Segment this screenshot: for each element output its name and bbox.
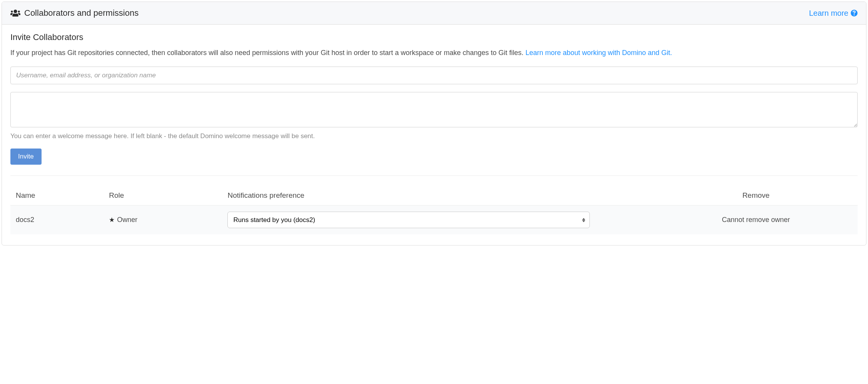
collaborators-table: Name Role Notifications preference Remov…	[10, 187, 858, 234]
collaborator-role: Owner	[117, 216, 137, 224]
git-learn-more-link[interactable]: Learn more about working with Domino and…	[526, 49, 672, 57]
notification-select[interactable]: Runs started by you (docs2)	[227, 212, 590, 228]
notification-cell: Runs started by you (docs2)	[222, 205, 654, 235]
help-circle-icon	[851, 10, 858, 17]
welcome-message-helper: You can enter a welcome message here. If…	[10, 132, 858, 140]
panel-body: Invite Collaborators If your project has…	[2, 25, 866, 245]
invite-section-title: Invite Collaborators	[10, 32, 858, 42]
collaborator-name: docs2	[10, 205, 103, 235]
collaborator-role-cell: ★ Owner	[103, 205, 222, 235]
invite-description-text: If your project has Git repositories con…	[10, 49, 526, 57]
column-header-role: Role	[103, 187, 222, 205]
star-icon: ★	[109, 216, 115, 224]
collaborators-panel: Collaborators and permissions Learn more…	[2, 2, 866, 245]
column-header-notifications: Notifications preference	[222, 187, 654, 205]
panel-title-text: Collaborators and permissions	[24, 8, 139, 18]
divider	[10, 175, 858, 176]
collaborator-input[interactable]	[10, 67, 858, 84]
learn-more-text: Learn more	[809, 9, 848, 18]
welcome-message-textarea[interactable]	[10, 92, 858, 127]
invite-button[interactable]: Invite	[10, 149, 42, 165]
users-icon	[10, 9, 20, 17]
panel-title: Collaborators and permissions	[10, 8, 139, 18]
invite-description: If your project has Git repositories con…	[10, 48, 858, 58]
remove-cell: Cannot remove owner	[654, 205, 858, 235]
learn-more-link[interactable]: Learn more	[809, 9, 858, 18]
column-header-name: Name	[10, 187, 103, 205]
panel-header: Collaborators and permissions Learn more	[2, 2, 866, 25]
table-row: docs2 ★ Owner Runs started by you (docs2…	[10, 205, 858, 235]
column-header-remove: Remove	[654, 187, 858, 205]
